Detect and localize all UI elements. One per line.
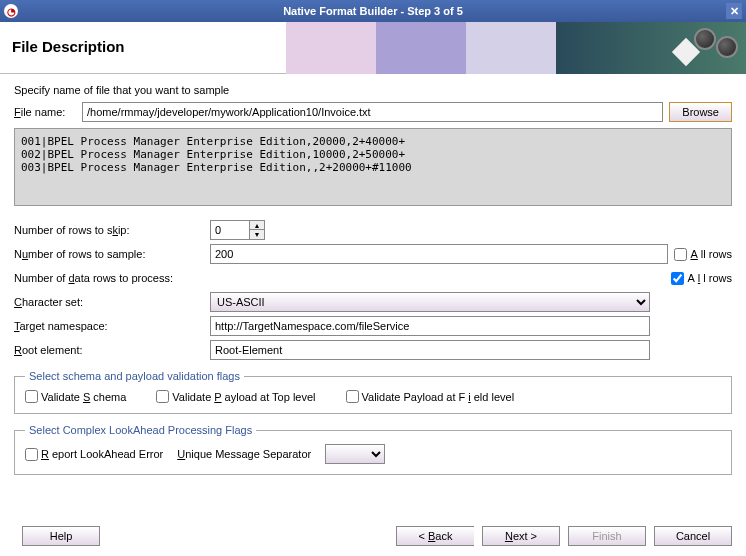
- close-icon[interactable]: ✕: [726, 3, 742, 19]
- spinner-up-icon[interactable]: ▲: [250, 221, 264, 230]
- filename-input[interactable]: [82, 102, 663, 122]
- next-button[interactable]: Next >: [482, 526, 560, 546]
- lookahead-fieldset: Select Complex LookAhead Processing Flag…: [14, 424, 732, 475]
- spinner-down-icon[interactable]: ▼: [250, 230, 264, 239]
- rows-sample-input[interactable]: [210, 244, 668, 264]
- rows-skip-spinner[interactable]: ▲▼: [210, 220, 265, 240]
- header: File Description: [0, 22, 746, 74]
- unique-sep-select[interactable]: [325, 444, 385, 464]
- allrows-process-input[interactable]: [671, 272, 684, 285]
- rows-sample-label: Number of rows to sample:: [14, 248, 204, 260]
- rows-skip-label: Number of rows to skip:: [14, 224, 204, 236]
- allrows-sample-input[interactable]: [674, 248, 687, 261]
- validation-legend: Select schema and payload validation fla…: [25, 370, 244, 382]
- validate-schema-checkbox[interactable]: Validate Schema: [25, 390, 126, 403]
- content-area: Specify name of file that you want to sa…: [0, 74, 746, 485]
- app-icon: ◔: [4, 4, 18, 18]
- rows-skip-input[interactable]: [210, 220, 250, 240]
- targetns-label: Target namespace:: [14, 320, 204, 332]
- footer: Help < Back Next > Finish Cancel: [14, 526, 732, 546]
- instruction-text: Specify name of file that you want to sa…: [14, 84, 732, 96]
- allrows-sample-checkbox[interactable]: All rows: [674, 248, 732, 261]
- rootel-input[interactable]: [210, 340, 650, 360]
- validate-top-checkbox[interactable]: Validate Payload at Top level: [156, 390, 315, 403]
- file-preview: 001|BPEL Process Manager Enterprise Edit…: [14, 128, 732, 206]
- finish-button: Finish: [568, 526, 646, 546]
- allrows-process-checkbox[interactable]: All rows: [671, 272, 732, 285]
- report-lookahead-checkbox[interactable]: Report LookAhead Error: [25, 448, 163, 461]
- filename-label: File name:: [14, 106, 76, 118]
- lookahead-legend: Select Complex LookAhead Processing Flag…: [25, 424, 256, 436]
- help-button[interactable]: Help: [22, 526, 100, 546]
- browse-button[interactable]: Browse: [669, 102, 732, 122]
- charset-select[interactable]: US-ASCII: [210, 292, 650, 312]
- cancel-button[interactable]: Cancel: [654, 526, 732, 546]
- unique-sep-label: Unique Message Separator: [177, 448, 311, 460]
- targetns-input[interactable]: [210, 316, 650, 336]
- rows-process-label: Number of data rows to process:: [14, 272, 204, 284]
- titlebar: ◔ Native Format Builder - Step 3 of 5 ✕: [0, 0, 746, 22]
- window-title: Native Format Builder - Step 3 of 5: [283, 5, 463, 17]
- rootel-label: Root element:: [14, 344, 204, 356]
- validation-fieldset: Select schema and payload validation fla…: [14, 370, 732, 414]
- back-button[interactable]: < Back: [396, 526, 474, 546]
- validate-field-checkbox[interactable]: Validate Payload at Field level: [346, 390, 515, 403]
- header-graphic: [286, 22, 746, 74]
- charset-label: Character set:: [14, 296, 204, 308]
